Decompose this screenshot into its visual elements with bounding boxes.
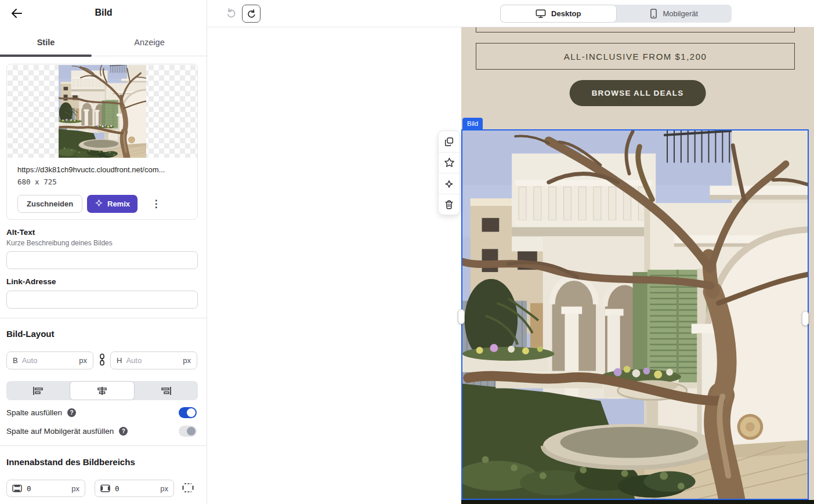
dashed-square-icon	[182, 482, 194, 494]
chain-link-icon	[98, 353, 106, 366]
help-icon[interactable]: ?	[67, 408, 76, 417]
height-unit: px	[183, 356, 191, 365]
align-center-button[interactable]	[70, 381, 134, 400]
height-input-group: H px	[110, 351, 197, 369]
image-dimensions-text: 680 x 725	[17, 177, 57, 186]
desktop-icon	[536, 9, 546, 19]
alt-text-hint: Kurze Beschreibung deines Bildes	[6, 239, 113, 247]
height-input[interactable]	[126, 356, 179, 365]
section-divider	[0, 318, 207, 318]
editor-window: Bild Stile Anzeige https://d3k81ch9hvuct…	[0, 0, 814, 504]
copy-icon	[444, 136, 454, 147]
undo-button[interactable]	[222, 5, 240, 23]
alt-text-input[interactable]	[6, 251, 198, 269]
fill-column-label: Spalte ausfüllen	[6, 408, 62, 417]
previous-block-edge[interactable]	[476, 27, 795, 32]
browse-deals-button[interactable]: BROWSE ALL DEALS	[570, 80, 706, 106]
align-center-icon	[96, 387, 108, 395]
align-left-icon	[32, 387, 44, 395]
align-left-button[interactable]	[6, 381, 70, 400]
align-right-icon	[160, 387, 172, 395]
help-icon[interactable]: ?	[119, 427, 128, 436]
help-glyph: ?	[122, 428, 125, 434]
image-thumbnail	[59, 65, 146, 158]
horizontal-padding-unit: px	[160, 484, 168, 493]
sparkle-icon	[95, 200, 103, 208]
layout-heading: Bild-Layout	[6, 329, 55, 339]
alt-text-label: Alt-Text	[6, 228, 35, 237]
courtyard-photo	[462, 130, 808, 499]
image-source-card: https://d3k81ch9hvuctc.cloudfront.net/co…	[6, 64, 198, 220]
kebab-icon: ⋮	[151, 198, 161, 209]
fill-column-mobile-label: Spalte auf Mobilgerät ausfüllen	[6, 427, 114, 436]
height-prefix: H	[117, 356, 122, 365]
image-url-text: https://d3k81ch9hvuctc.cloudfront.net/co…	[17, 165, 191, 174]
device-preview-switcher: Desktop Mobilgerät	[500, 5, 732, 23]
horizontal-padding-icon	[100, 484, 110, 492]
width-input-group: B px	[6, 351, 93, 369]
width-prefix: B	[13, 356, 18, 365]
selection-tag: Bild	[462, 118, 483, 129]
vertical-padding-unit: px	[71, 484, 79, 493]
horizontal-padding-input[interactable]	[115, 484, 155, 493]
active-tab-indicator	[0, 55, 92, 57]
vertical-padding-input[interactable]	[27, 484, 67, 493]
transparency-checkerboard	[8, 65, 197, 158]
vertical-padding-icon	[12, 484, 22, 492]
mobile-label: Mobilgerät	[663, 9, 698, 18]
remix-button[interactable]: Remix	[87, 195, 138, 213]
more-options-button[interactable]: ⋮	[148, 195, 164, 213]
ai-sparkle-button[interactable]	[439, 173, 460, 194]
lock-aspect-ratio-button[interactable]	[97, 353, 107, 368]
link-address-input[interactable]	[6, 291, 198, 309]
top-toolbar: Desktop Mobilgerät	[207, 0, 814, 27]
offer-banner[interactable]: ALL-INCLUSIVE FROM $1,200	[476, 43, 795, 70]
link-address-label: Link-Adresse	[6, 277, 56, 286]
undo-icon	[225, 7, 237, 19]
delete-block-button[interactable]	[439, 194, 460, 215]
panel-title: Bild	[0, 8, 207, 18]
resize-handle-left[interactable]	[458, 309, 465, 324]
fill-column-row: Spalte ausfüllen ?	[6, 406, 198, 419]
selected-image-block[interactable]	[461, 129, 809, 500]
width-unit: px	[79, 356, 87, 365]
mobile-icon	[650, 9, 657, 19]
fill-column-mobile-toggle[interactable]	[179, 426, 197, 437]
individual-padding-button[interactable]	[182, 482, 194, 495]
redo-button[interactable]	[242, 5, 261, 23]
editor-main: Desktop Mobilgerät	[207, 0, 814, 504]
horizontal-padding-group: px	[95, 480, 174, 497]
panel-tabs: Stile Anzeige	[0, 29, 207, 56]
resize-handle-right[interactable]	[802, 311, 809, 326]
canvas-stage: ALL-INCLUSIVE FROM $1,200 BROWSE ALL DEA…	[207, 27, 814, 504]
star-icon	[444, 157, 455, 168]
toggle-knob	[187, 427, 196, 436]
mobile-view-button[interactable]: Mobilgerät	[617, 5, 732, 23]
vertical-padding-group: px	[6, 480, 85, 497]
remix-label: Remix	[107, 200, 130, 208]
padding-heading: Innenabstand des Bildbereichs	[6, 457, 135, 467]
section-divider	[0, 445, 207, 446]
block-action-toolbar	[438, 130, 460, 215]
alignment-button-group	[6, 381, 198, 400]
sparkle-icon	[444, 179, 454, 189]
next-block-edge[interactable]	[461, 500, 814, 504]
duplicate-block-button[interactable]	[439, 131, 460, 152]
image-settings-panel: Bild Stile Anzeige https://d3k81ch9hvuct…	[0, 0, 207, 504]
toggle-knob	[187, 408, 196, 417]
width-input[interactable]	[22, 356, 75, 365]
fill-column-mobile-row: Spalte auf Mobilgerät ausfüllen ?	[6, 425, 198, 437]
desktop-view-button[interactable]: Desktop	[500, 5, 617, 23]
trash-icon	[444, 200, 454, 210]
save-favorite-button[interactable]	[439, 152, 460, 173]
help-glyph: ?	[70, 409, 74, 416]
crop-button[interactable]: Zuschneiden	[17, 195, 82, 213]
redo-icon	[246, 8, 257, 19]
tab-anzeige[interactable]: Anzeige	[92, 29, 207, 56]
fill-column-toggle[interactable]	[179, 407, 197, 418]
tab-stile[interactable]: Stile	[0, 29, 92, 56]
desktop-label: Desktop	[551, 9, 581, 18]
align-right-button[interactable]	[135, 381, 198, 400]
email-canvas: ALL-INCLUSIVE FROM $1,200 BROWSE ALL DEA…	[461, 27, 814, 504]
